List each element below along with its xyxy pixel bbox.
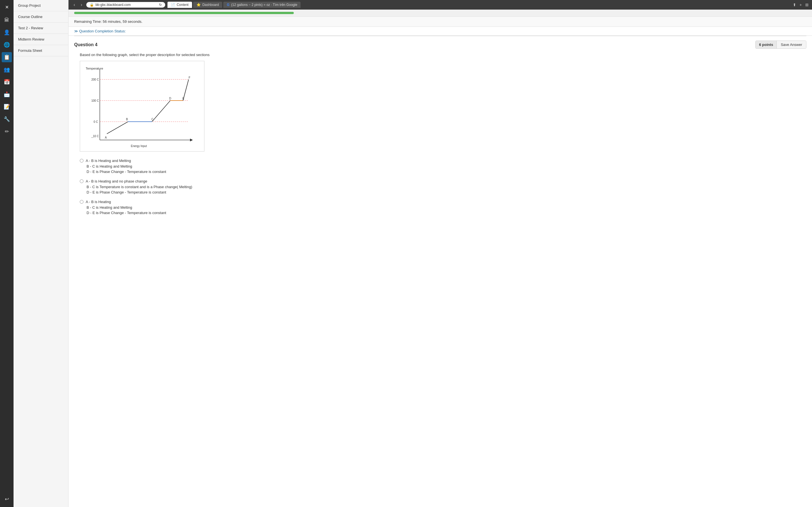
messages-icon[interactable]: 📩 — [2, 89, 12, 100]
option-2-line1: A - B is Heating and no phase change — [86, 179, 147, 183]
answer-options: A - B is Heating and Melting B - C is He… — [74, 158, 806, 219]
y-label-neg10: _10 C — [91, 135, 99, 138]
radio-3[interactable] — [80, 200, 84, 204]
tools-icon[interactable]: 🔧 — [2, 114, 12, 124]
tab-bar: 📄 Content ⭐ Dashboard G (12 gallons − 2 … — [167, 2, 790, 8]
timer-label: Remaining Time: 56 minutes, 59 seconds. — [74, 19, 142, 24]
option-group-3: A - B is Heating B - C is Heating and Me… — [80, 199, 806, 216]
tab-google[interactable]: G (12 gallons − 2 pints) = oz · Tìm trên… — [223, 2, 301, 8]
point-B: B — [126, 118, 128, 121]
left-icon-bar: ✕ 🏛 👤 🌐 📋 👥 📅 📩 📝 🔧 ✏ ↩ — [0, 0, 13, 507]
option-3-sub1: B - C is Heating and Melting — [80, 205, 806, 210]
option-1-sub1: B - C is Heating and Melting — [80, 164, 806, 169]
heating-curve-svg: Temperature 200 C — [83, 64, 201, 149]
close-icon[interactable]: ✕ — [3, 3, 10, 11]
option-3-sub2: D - E is Phase Change - Temperature is c… — [80, 210, 806, 216]
edit-icon[interactable]: ✏ — [2, 126, 12, 136]
lock-icon: 🔒 — [90, 3, 94, 7]
groups-icon[interactable]: 👥 — [2, 64, 12, 75]
content-area: Remaining Time: 56 minutes, 59 seconds. … — [68, 10, 812, 507]
calendar-icon[interactable]: 📅 — [2, 77, 12, 87]
progress-bar — [74, 12, 294, 14]
sidebar-item-group-project[interactable]: Group Project — [13, 0, 68, 11]
svg-rect-0 — [83, 64, 201, 149]
profile-icon[interactable]: 👤 — [2, 27, 12, 38]
sidebar-item-midterm-review[interactable]: Midterm Review — [13, 34, 68, 45]
globe-icon[interactable]: 🌐 — [2, 40, 12, 50]
x-axis-label: Energy Input — [131, 145, 147, 148]
question-block: Question 4 6 points Save Answer Based on… — [68, 36, 812, 224]
completion-status[interactable]: ≫ Question Completion Status: — [68, 27, 812, 36]
tab-google-icon: G — [227, 3, 229, 7]
points-save-container: 6 points Save Answer — [755, 41, 806, 49]
y-axis-title: Temperature — [86, 67, 103, 70]
tab-dashboard-label: Dashboard — [202, 3, 219, 7]
points-label: 6 points — [756, 41, 777, 48]
tab-content-label: Content — [177, 3, 189, 7]
sidebar-item-course-outline[interactable]: Course Outline — [13, 11, 68, 22]
grades-icon[interactable]: 📝 — [2, 102, 12, 112]
option-1-sub2: D - E is Phase Change - Temperature is c… — [80, 169, 806, 174]
tab-content-icon: 📄 — [171, 3, 175, 7]
question-title: Question 4 — [74, 42, 98, 47]
point-F: F — [189, 76, 190, 79]
option-row-1[interactable]: A - B is Heating and Melting — [80, 158, 806, 164]
sidebar: Group Project Course Outline Test 2 - Re… — [13, 0, 68, 507]
point-E: E — [183, 97, 185, 100]
completion-label: Question Completion Status: — [79, 29, 126, 33]
point-A: A — [105, 136, 107, 139]
back-button[interactable]: ‹ — [72, 2, 77, 8]
completion-link[interactable]: ≫ Question Completion Status: — [74, 29, 126, 33]
content-icon[interactable]: 📋 — [2, 52, 12, 62]
main-area: ‹ › 🔒 bb-gbc.blackboard.com ↻ 📄 Content … — [68, 0, 812, 507]
url-bar[interactable]: 🔒 bb-gbc.blackboard.com ↻ — [86, 2, 165, 8]
question-header: Question 4 6 points Save Answer — [74, 41, 806, 49]
option-2-line2: B - C is Temperature is constant and is … — [87, 185, 192, 189]
sidebar-item-test2-review[interactable]: Test 2 - Review — [13, 22, 68, 34]
home-icon[interactable]: 🏛 — [2, 15, 12, 25]
url-text: bb-gbc.blackboard.com — [96, 3, 131, 7]
option-group-2: A - B is Heating and no phase change B -… — [80, 178, 806, 195]
question-text: Based on the following graph, select the… — [74, 53, 806, 57]
radio-1[interactable] — [80, 159, 84, 163]
new-tab-icon[interactable]: + — [800, 3, 802, 7]
reload-icon[interactable]: ↻ — [159, 3, 162, 7]
grid-view-icon[interactable]: ⊞ — [805, 3, 809, 7]
tab-dashboard[interactable]: ⭐ Dashboard — [193, 2, 222, 8]
tab-dashboard-icon: ⭐ — [197, 3, 201, 7]
option-3-line1: A - B is Heating — [86, 200, 111, 204]
forward-button[interactable]: › — [79, 2, 84, 8]
graph-container: Temperature 200 C — [80, 61, 204, 152]
save-answer-button[interactable]: Save Answer — [777, 41, 806, 48]
tab-google-label: (12 gallons − 2 pints) = oz · Tìm trên G… — [231, 3, 297, 7]
remaining-label: Remaining Time: — [74, 19, 102, 24]
radio-2[interactable] — [80, 179, 84, 183]
timer-bar: Remaining Time: 56 minutes, 59 seconds. — [68, 17, 812, 27]
sidebar-item-formula-sheet[interactable]: Formula Sheet — [13, 45, 68, 56]
completion-arrow: ≫ — [74, 29, 78, 33]
option-2-sub2: D - E is Phase Change - Temperature is c… — [80, 189, 806, 195]
option-2-line3: D - E is Phase Change - Temperature is c… — [87, 190, 166, 194]
browser-chrome: ‹ › 🔒 bb-gbc.blackboard.com ↻ 📄 Content … — [68, 0, 812, 10]
option-3-line2: B - C is Heating and Melting — [87, 205, 132, 210]
option-3-line3: D - E is Phase Change - Temperature is c… — [87, 211, 166, 215]
point-D: D — [169, 97, 171, 100]
option-group-1: A - B is Heating and Melting B - C is He… — [80, 158, 806, 174]
tab-content[interactable]: 📄 Content — [167, 2, 192, 8]
progress-container — [68, 10, 812, 17]
y-label-100: 100 C — [91, 99, 99, 102]
option-2-sub1: B - C is Temperature is constant and is … — [80, 184, 806, 189]
timer-value: 56 minutes, 59 seconds. — [103, 19, 142, 24]
y-label-200: 200 C — [91, 78, 99, 81]
option-1-line1: A - B is Heating and Melting — [86, 159, 131, 163]
option-1-line3: D - E is Phase Change - Temperature is c… — [87, 170, 166, 174]
back-nav-icon[interactable]: ↩ — [2, 494, 12, 504]
option-row-2[interactable]: A - B is Heating and no phase change — [80, 178, 806, 184]
share-icon[interactable]: ⬆ — [793, 3, 796, 7]
option-row-3[interactable]: A - B is Heating — [80, 199, 806, 205]
point-C: C — [151, 118, 153, 121]
y-label-0: 0 C — [94, 120, 98, 123]
option-1-line2: B - C is Heating and Melting — [87, 164, 132, 168]
